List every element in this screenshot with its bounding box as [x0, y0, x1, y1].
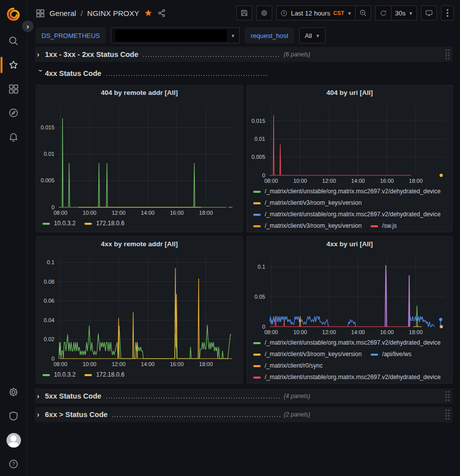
time-picker-group: Last 12 hours CST ▼ [276, 5, 371, 20]
panel-title[interactable]: 4xx by uri [All] [247, 237, 452, 252]
chevron-down-icon: › [37, 69, 45, 77]
legend-item[interactable]: /_matrix/client/unstable/org.matrix.msc2… [253, 373, 441, 382]
refresh-interval-label: 30s [395, 9, 406, 17]
legend-label: 10.0.3.2 [54, 370, 75, 380]
legend-item[interactable]: /api/live/ws [371, 350, 412, 359]
row-title: 6xx > Status Code [45, 411, 107, 419]
row-drag-handle[interactable] [446, 49, 450, 59]
chevron-right-icon: › [37, 392, 45, 400]
more-options-button[interactable] [441, 5, 454, 20]
svg-text:0.005: 0.005 [251, 154, 265, 160]
svg-text:?: ? [12, 462, 15, 467]
breadcrumb-folder[interactable]: General [49, 9, 76, 17]
legend-item[interactable]: /_matrix/client/r0/sync [253, 361, 323, 371]
timeseries-chart[interactable]: 08:0010:0012:0014:0016:0018:0000.020.040… [37, 252, 242, 368]
svg-text:10:00: 10:00 [293, 178, 307, 184]
clock-icon [280, 9, 288, 17]
sidebar-item-starred[interactable] [0, 53, 27, 77]
svg-text:0.04: 0.04 [44, 317, 54, 323]
legend: 10.0.3.2172.18.0.6 [36, 216, 242, 228]
row-4xx[interactable]: › 4xx Status Code [35, 66, 453, 81]
help-icon: ? [8, 459, 19, 470]
timeseries-chart[interactable]: 08:0010:0012:0014:0016:0018:0000.050.1 [248, 252, 452, 336]
sidebar-item-configuration[interactable] [0, 380, 27, 404]
legend-item[interactable]: 172.18.0.6 [84, 370, 124, 380]
sidebar-item-profile[interactable] [0, 428, 27, 452]
row-title: 4xx Status Code [45, 69, 101, 77]
row-title: 5xx Status Code [45, 392, 101, 400]
row-6xx[interactable]: › 6xx > Status Code (2 panels) [35, 407, 453, 422]
avatar [6, 433, 21, 448]
share-icon[interactable] [157, 8, 166, 17]
legend-swatch [84, 223, 92, 225]
legend-item[interactable]: /_matrix/client/v3/room_keys/version [253, 198, 362, 208]
legend-item[interactable]: /_matrix/client/unstable/org.matrix.msc2… [253, 187, 441, 196]
grafana-app: ? › General / NGINX PROXY [0, 0, 460, 476]
sidebar-item-explore[interactable] [0, 101, 27, 125]
breadcrumb: General / NGINX PROXY [35, 8, 166, 18]
dotted-leader [105, 398, 281, 399]
svg-text:0.1: 0.1 [258, 264, 265, 270]
request-host-variable-select[interactable]: All ▼ [299, 27, 325, 43]
variables-bar: DS_PROMETHEUS ▼ request_host All ▼ [27, 26, 460, 45]
chevron-down-icon: ▼ [231, 33, 235, 38]
legend-swatch [253, 225, 261, 227]
sidebar-item-search[interactable] [0, 29, 27, 53]
cycle-view-mode-button[interactable] [421, 5, 437, 20]
time-range-picker[interactable]: Last 12 hours CST ▼ [276, 5, 355, 20]
timeseries-chart[interactable]: 08:0010:0012:0014:0016:0018:0000.0050.01… [248, 100, 452, 184]
sidebar-item-help[interactable]: ? [0, 452, 27, 476]
row-panel-count: (4 panels) [284, 393, 310, 400]
sidebar-item-server-admin[interactable] [0, 404, 27, 428]
svg-text:10:00: 10:00 [82, 210, 96, 216]
legend-label: /_matrix/client/unstable/org.matrix.msc2… [265, 210, 441, 219]
legend-item[interactable]: 10.0.3.2 [42, 219, 75, 228]
legend-label: 10.0.3.2 [54, 219, 75, 228]
favorite-star-icon[interactable] [144, 8, 153, 17]
panel-title[interactable]: 404 by remote addr [All] [36, 85, 242, 100]
dashboard-settings-button[interactable] [256, 5, 272, 20]
legend-item[interactable]: /_matrix/client/unstable/org.matrix.msc2… [253, 210, 441, 219]
request-host-variable-label[interactable]: request_host [245, 27, 294, 43]
svg-text:16:00: 16:00 [170, 210, 184, 216]
svg-text:16:00: 16:00 [380, 329, 394, 335]
legend-item[interactable]: /_matrix/client/v3/room_keys/version [253, 221, 362, 231]
legend-item[interactable]: /_matrix/client/v3/room_keys/version [253, 350, 362, 359]
row-5xx[interactable]: › 5xx Status Code (4 panels) [35, 389, 453, 404]
legend-swatch [42, 374, 50, 376]
refresh-interval-picker[interactable]: 30s ▼ [391, 5, 417, 20]
chevron-down-icon: ▼ [409, 11, 413, 16]
legend-swatch [84, 374, 92, 376]
row-1xx-3xx-2xx[interactable]: › 1xx - 3xx - 2xx Status Code (6 panels) [35, 47, 453, 62]
legend-swatch [253, 365, 261, 367]
sidebar-item-dashboards[interactable] [0, 77, 27, 101]
legend-item[interactable]: 10.0.3.2 [42, 370, 75, 380]
datasource-variable-label[interactable]: DS_PROMETHEUS [35, 27, 106, 43]
legend-item[interactable]: /sw.js [371, 221, 397, 231]
legend-label: /_matrix/client/unstable/org.matrix.msc2… [265, 187, 441, 196]
dashboard-title[interactable]: NGINX PROXY [87, 9, 139, 17]
sidebar-expand-button[interactable]: › [22, 20, 33, 32]
row-drag-handle[interactable] [446, 410, 450, 420]
legend-swatch [253, 354, 261, 356]
save-dashboard-button[interactable] [236, 5, 252, 20]
legend-swatch [42, 223, 50, 225]
refresh-icon [380, 9, 387, 17]
legend-item[interactable]: 172.18.0.6 [84, 219, 124, 228]
toolbar-right: Last 12 hours CST ▼ 30s [236, 5, 454, 20]
zoom-out-button[interactable] [355, 5, 371, 20]
panel-title[interactable]: 404 by uri [All] [247, 85, 452, 100]
panel-title[interactable]: 4xx by remote addr [All] [36, 237, 242, 252]
legend-item[interactable]: /_matrix/client/unstable/org.matrix.msc2… [253, 338, 441, 348]
refresh-group: 30s ▼ [375, 5, 417, 20]
row-panel-count: (6 panels) [284, 51, 310, 58]
refresh-button[interactable] [375, 5, 391, 20]
svg-text:14:00: 14:00 [351, 178, 365, 184]
timeseries-chart[interactable]: 08:0010:0012:0014:0016:0018:0000.0050.01… [37, 100, 242, 216]
chevron-down-icon: ▼ [347, 11, 352, 16]
datasource-variable-select[interactable]: ▼ [111, 27, 240, 43]
sidebar-item-alerting[interactable] [0, 125, 27, 149]
row-drag-handle[interactable] [446, 391, 450, 401]
active-indicator [0, 57, 2, 73]
gear-icon [260, 9, 268, 17]
